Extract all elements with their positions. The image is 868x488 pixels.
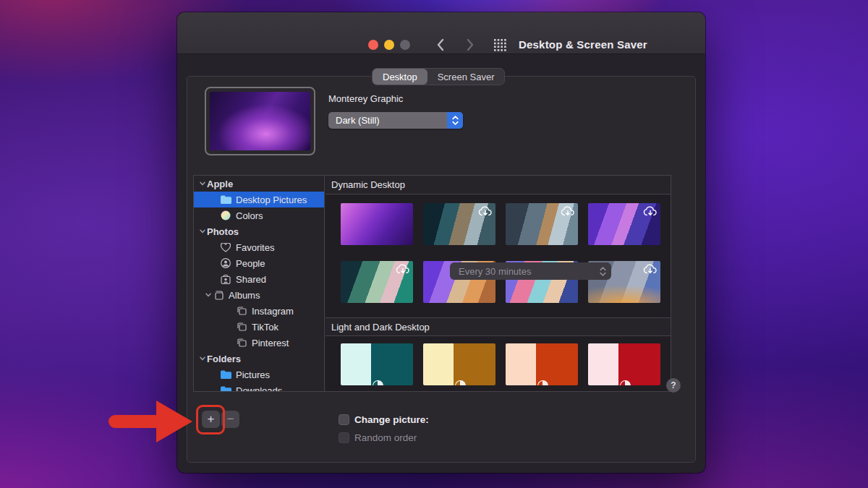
preferences-window: Desktop & Screen Saver Desktop Screen Sa… bbox=[177, 12, 705, 473]
wallpaper-thumbnail-hello-green[interactable] bbox=[341, 343, 413, 385]
album-icon bbox=[236, 306, 247, 316]
forward-button[interactable] bbox=[459, 35, 481, 55]
wallpaper-browser: AppleDesktop PicturesColorsPhotosFavorit… bbox=[193, 175, 671, 392]
sidebar-item-downloads[interactable]: Downloads bbox=[194, 382, 324, 391]
heart-icon bbox=[220, 242, 231, 252]
chevron-down-icon[interactable] bbox=[204, 293, 213, 297]
folder-icon bbox=[220, 369, 231, 380]
sidebar-item-people[interactable]: People bbox=[194, 255, 324, 271]
dynamic-desktop-row-1 bbox=[341, 203, 660, 245]
wallpaper-thumbnail-catalina[interactable] bbox=[506, 203, 578, 245]
sidebar-item-pinterest[interactable]: Pinterest bbox=[194, 335, 324, 351]
change-picture-checkbox[interactable] bbox=[339, 414, 349, 425]
shared-icon bbox=[220, 274, 231, 284]
chevron-down-icon[interactable] bbox=[198, 356, 207, 361]
person-icon bbox=[220, 258, 231, 268]
sidebar-item-label: Pinterest bbox=[252, 338, 289, 348]
title-bar: Desktop & Screen Saver bbox=[177, 12, 705, 54]
cloud-download-icon bbox=[478, 205, 493, 217]
sidebar-item-pictures[interactable]: Pictures bbox=[194, 367, 324, 382]
sidebar-item-label: Desktop Pictures bbox=[236, 194, 307, 205]
album-icon bbox=[236, 338, 247, 348]
sidebar-item-colors[interactable]: Colors bbox=[194, 207, 324, 223]
chevron-down-icon[interactable] bbox=[198, 181, 207, 186]
sidebar-item-shared[interactable]: Shared bbox=[194, 271, 324, 287]
wallpaper-thumbnail-hello-yellow[interactable] bbox=[423, 343, 495, 385]
sidebar-item-photos[interactable]: Photos bbox=[194, 223, 324, 239]
chevron-down-icon[interactable] bbox=[198, 229, 207, 234]
folder-icon bbox=[220, 385, 231, 391]
annotation-arrow-tail bbox=[109, 415, 162, 428]
album-icon bbox=[236, 322, 247, 332]
sidebar-item-label: Favorites bbox=[236, 242, 274, 253]
sidebar-item-label: Shared bbox=[236, 274, 266, 285]
colors-icon bbox=[220, 210, 231, 221]
annotation-arrow-icon bbox=[156, 401, 192, 442]
zoom-button[interactable] bbox=[400, 40, 410, 50]
cloud-download-icon bbox=[396, 263, 410, 275]
annotation-highlight-box bbox=[196, 405, 225, 435]
dropdown-chevrons-icon bbox=[594, 267, 611, 276]
sidebar-item-label: Photos bbox=[207, 226, 239, 237]
wallpaper-thumbnail-hello-red[interactable] bbox=[588, 343, 660, 385]
sidebar-item-instagram[interactable]: Instagram bbox=[194, 303, 324, 319]
minimize-button[interactable] bbox=[384, 40, 394, 50]
wallpaper-grid-area: Dynamic Desktop Light and Dark Desktop bbox=[326, 176, 671, 391]
sidebar-item-folders[interactable]: Folders bbox=[194, 351, 324, 367]
interval-value: Every 30 minutes bbox=[450, 266, 594, 277]
section-header-light-dark: Light and Dark Desktop bbox=[326, 317, 671, 336]
light-dark-row bbox=[341, 343, 660, 385]
light-dark-badge-icon bbox=[455, 380, 466, 385]
sidebar-item-tiktok[interactable]: TikTok bbox=[194, 319, 324, 335]
sidebar-item-label: Albums bbox=[229, 290, 260, 301]
section-header-dynamic: Dynamic Desktop bbox=[326, 176, 671, 194]
sidebar-item-label: TikTok bbox=[252, 322, 278, 333]
albums-icon bbox=[213, 290, 224, 300]
wallpaper-thumbnail-big-sur-graphic[interactable] bbox=[588, 203, 660, 245]
light-dark-badge-icon bbox=[537, 380, 548, 385]
back-button[interactable] bbox=[429, 35, 451, 55]
monterey-wallpaper-image bbox=[210, 92, 310, 150]
change-picture-label: Change picture: bbox=[354, 414, 429, 425]
wallpaper-name: Monterey Graphic bbox=[328, 93, 403, 104]
cloud-download-icon bbox=[643, 205, 658, 217]
sidebar-item-albums[interactable]: Albums bbox=[194, 287, 324, 303]
random-order-label: Random order bbox=[354, 432, 417, 443]
tab-desktop[interactable]: Desktop bbox=[373, 69, 427, 85]
wallpaper-thumbnail-the-cliffs[interactable] bbox=[341, 261, 413, 303]
popup-chevrons-icon bbox=[447, 112, 463, 129]
random-order-checkbox[interactable] bbox=[339, 432, 349, 443]
light-dark-badge-icon bbox=[373, 380, 383, 385]
wallpaper-thumbnail-hello-orange[interactable] bbox=[506, 343, 578, 385]
folder-icon bbox=[220, 194, 231, 205]
sidebar-item-label: People bbox=[236, 258, 265, 269]
source-sidebar: AppleDesktop PicturesColorsPhotosFavorit… bbox=[194, 176, 325, 391]
help-button[interactable]: ? bbox=[666, 378, 681, 393]
variant-value: Dark (Still) bbox=[328, 115, 447, 126]
variant-popup-button[interactable]: Dark (Still) bbox=[328, 112, 463, 129]
sidebar-item-label: Pictures bbox=[236, 369, 270, 380]
wallpaper-thumbnail-big-sur-coast[interactable] bbox=[423, 203, 495, 245]
window-title: Desktop & Screen Saver bbox=[519, 38, 647, 51]
sidebar-item-label: Instagram bbox=[252, 306, 294, 317]
current-wallpaper-preview bbox=[205, 87, 315, 155]
sidebar-item-favorites[interactable]: Favorites bbox=[194, 239, 324, 255]
sidebar-item-apple[interactable]: Apple bbox=[194, 176, 324, 192]
tab-bar: Desktop Screen Saver bbox=[372, 68, 505, 85]
sidebar-item-label: Colors bbox=[236, 210, 263, 221]
sidebar-item-desktop-pictures[interactable]: Desktop Pictures bbox=[194, 192, 324, 207]
light-dark-badge-icon bbox=[620, 380, 631, 385]
sidebar-item-label: Folders bbox=[207, 354, 241, 364]
cloud-download-icon bbox=[561, 205, 575, 217]
wallpaper-thumbnail-monterey-graphic[interactable] bbox=[341, 203, 413, 245]
show-all-grid-icon[interactable] bbox=[490, 35, 510, 54]
sidebar-item-label: Apple bbox=[207, 179, 233, 189]
interval-dropdown[interactable]: Every 30 minutes bbox=[450, 262, 611, 280]
sidebar-item-label: Downloads bbox=[236, 385, 282, 392]
tab-screen-saver[interactable]: Screen Saver bbox=[427, 69, 505, 85]
cloud-download-icon bbox=[643, 263, 658, 275]
close-button[interactable] bbox=[368, 40, 378, 50]
